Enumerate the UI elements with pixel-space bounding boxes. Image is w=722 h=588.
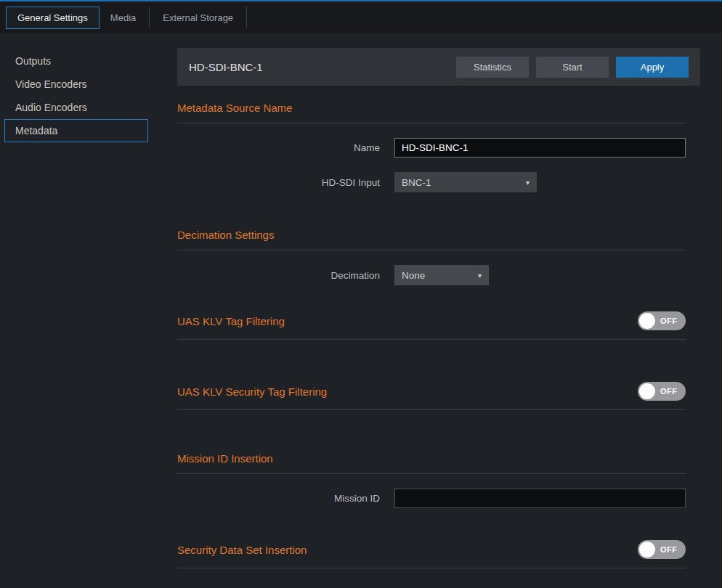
decimation-dropdown-value: None bbox=[402, 270, 425, 281]
mission-id-label: Mission ID bbox=[177, 493, 394, 504]
mission-id-row: Mission ID bbox=[177, 489, 686, 508]
toggle-knob bbox=[639, 383, 655, 399]
section-uas-klv: UAS KLV Tag Filtering OFF bbox=[177, 311, 686, 340]
section-metadata-source: Metadata Source Name Name HD-SDI Input B… bbox=[177, 102, 686, 192]
security-data-toggle[interactable]: OFF bbox=[638, 540, 686, 559]
section-head-uas-klv: UAS KLV Tag Filtering OFF bbox=[177, 311, 686, 340]
section-title-security-data: Security Data Set Insertion bbox=[177, 544, 307, 556]
hdsdi-input-dropdown[interactable]: BNC-1 ▾ bbox=[394, 172, 537, 192]
sidebar: Outputs Video Encoders Audio Encoders Me… bbox=[0, 35, 177, 142]
mission-id-input[interactable] bbox=[394, 489, 686, 508]
tab-separator bbox=[246, 7, 247, 28]
section-head-security-data: Security Data Set Insertion OFF bbox=[177, 540, 686, 568]
statistics-button[interactable]: Statistics bbox=[456, 57, 529, 78]
section-title-decimation: Decimation Settings bbox=[177, 229, 274, 241]
section-title-uas-klv-security: UAS KLV Security Tag Filtering bbox=[177, 385, 327, 398]
header-buttons: Statistics Start Apply bbox=[456, 57, 689, 78]
uas-klv-security-toggle[interactable]: OFF bbox=[638, 382, 686, 401]
decimation-dropdown[interactable]: None ▾ bbox=[394, 265, 489, 285]
toggle-knob bbox=[639, 542, 655, 558]
name-row: Name bbox=[177, 138, 686, 158]
tab-separator bbox=[149, 7, 150, 28]
chevron-down-icon: ▾ bbox=[478, 271, 482, 279]
section-decimation: Decimation Settings Decimation None ▾ bbox=[177, 229, 686, 285]
toggle-state-label: OFF bbox=[660, 387, 678, 396]
page-title: HD-SDI-BNC-1 bbox=[189, 61, 263, 73]
section-head-uas-klv-security: UAS KLV Security Tag Filtering OFF bbox=[177, 382, 686, 410]
name-input[interactable] bbox=[394, 138, 686, 158]
apply-button[interactable]: Apply bbox=[616, 57, 689, 78]
sidebar-item-video-encoders[interactable]: Video Encoders bbox=[4, 73, 148, 96]
tab-media[interactable]: Media bbox=[100, 7, 147, 28]
panel-header: HD-SDI-BNC-1 Statistics Start Apply bbox=[177, 48, 700, 86]
start-button[interactable]: Start bbox=[536, 57, 609, 78]
section-security-data: Security Data Set Insertion OFF bbox=[177, 540, 686, 568]
toggle-state-label: OFF bbox=[660, 545, 678, 554]
main-content: HD-SDI-BNC-1 Statistics Start Apply Meta… bbox=[177, 35, 700, 568]
section-title-mission-id: Mission ID Insertion bbox=[177, 452, 273, 465]
section-mission-id: Mission ID Insertion Mission ID bbox=[177, 452, 686, 508]
section-title-metadata-source: Metadata Source Name bbox=[177, 102, 292, 114]
sidebar-item-outputs[interactable]: Outputs bbox=[4, 49, 148, 73]
sidebar-item-audio-encoders[interactable]: Audio Encoders bbox=[4, 96, 148, 119]
toggle-state-label: OFF bbox=[660, 317, 678, 325]
sidebar-item-metadata[interactable]: Metadata bbox=[4, 119, 148, 142]
section-head-mission-id: Mission ID Insertion bbox=[177, 452, 686, 474]
hdsdi-input-row: HD-SDI Input BNC-1 ▾ bbox=[177, 172, 686, 192]
decimation-row: Decimation None ▾ bbox=[177, 265, 686, 285]
hdsdi-input-label: HD-SDI Input bbox=[177, 177, 394, 188]
top-tab-bar: General Settings Media External Storage bbox=[0, 0, 722, 33]
hdsdi-input-dropdown-value: BNC-1 bbox=[402, 177, 431, 188]
uas-klv-toggle[interactable]: OFF bbox=[638, 311, 686, 330]
toggle-knob bbox=[639, 313, 655, 329]
tab-general-settings[interactable]: General Settings bbox=[6, 7, 100, 29]
section-uas-klv-security: UAS KLV Security Tag Filtering OFF bbox=[177, 382, 686, 410]
name-label: Name bbox=[177, 142, 394, 153]
section-head-decimation: Decimation Settings bbox=[177, 229, 686, 250]
section-title-uas-klv: UAS KLV Tag Filtering bbox=[177, 315, 285, 327]
chevron-down-icon: ▾ bbox=[526, 179, 530, 187]
section-head-metadata-source: Metadata Source Name bbox=[177, 102, 686, 123]
tab-external-storage[interactable]: External Storage bbox=[152, 7, 244, 28]
decimation-label: Decimation bbox=[177, 270, 394, 281]
